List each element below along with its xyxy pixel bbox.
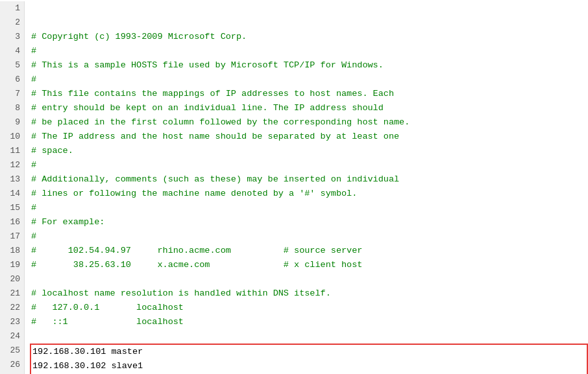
line-number: 25 [0, 344, 20, 358]
line-numbers: 1234567891011121314151617181920212223242… [0, 1, 25, 374]
line-number: 16 [0, 215, 20, 229]
line-number: 3 [0, 30, 20, 44]
line-number: 9 [0, 115, 20, 130]
code-line: # Copyright (c) 1993-2009 Microsoft Corp… [31, 30, 588, 44]
code-content[interactable]: # Copyright (c) 1993-2009 Microsoft Corp… [25, 1, 588, 374]
line-number: 6 [0, 73, 20, 87]
line-number: 26 [0, 358, 20, 372]
line-number: 12 [0, 158, 20, 172]
highlighted-block: 192.168.30.101 master192.168.30.102 slav… [30, 344, 588, 374]
code-line: # [31, 44, 588, 58]
code-line: # [31, 229, 588, 244]
code-line: # entry should be kept on an individual … [31, 101, 588, 115]
line-number: 10 [0, 130, 20, 144]
line-number: 14 [0, 187, 20, 201]
line-number: 5 [0, 58, 20, 73]
line-number: 23 [0, 315, 20, 329]
code-line: # Additionally, comments (such as these)… [31, 172, 588, 187]
code-line: # ::1 localhost [31, 315, 588, 329]
line-number: 24 [0, 329, 20, 344]
line-number: 17 [0, 229, 20, 244]
code-line: # For example: [31, 215, 588, 229]
code-line: # [31, 158, 588, 172]
code-line: # [31, 73, 588, 87]
line-number: 1 [0, 1, 20, 16]
code-line: 192.168.30.101 master [32, 345, 585, 359]
code-line: # This is a sample HOSTS file used by Mi… [31, 58, 588, 73]
line-number: 15 [0, 201, 20, 215]
code-line: # space. [31, 144, 588, 158]
code-line: # localhost name resolution is handled w… [31, 286, 588, 301]
code-line: # lines or following the machine name de… [31, 187, 588, 201]
code-line [31, 329, 588, 344]
code-line: # 38.25.63.10 x.acme.com # x client host [31, 258, 588, 272]
line-number: 19 [0, 258, 20, 272]
code-line: # 102.54.94.97 rhino.acme.com # source s… [31, 244, 588, 258]
line-number: 21 [0, 286, 20, 301]
line-number: 11 [0, 144, 20, 158]
line-number: 2 [0, 16, 20, 30]
code-line: # The IP address and the host name shoul… [31, 130, 588, 144]
line-number: 13 [0, 172, 20, 187]
code-line: # be placed in the first column followed… [31, 115, 588, 130]
code-line: # [31, 201, 588, 215]
code-editor: 1234567891011121314151617181920212223242… [0, 0, 588, 374]
code-area: 1234567891011121314151617181920212223242… [0, 0, 588, 374]
line-number: 22 [0, 301, 20, 315]
code-line [31, 272, 588, 286]
line-number: 7 [0, 87, 20, 101]
line-number: 18 [0, 244, 20, 258]
line-number: 8 [0, 101, 20, 115]
line-number: 20 [0, 272, 20, 286]
line-number: 4 [0, 44, 20, 58]
code-line: # 127.0.0.1 localhost [31, 301, 588, 315]
code-line: 192.168.30.102 slave1 [32, 359, 585, 373]
code-line: # This file contains the mappings of IP … [31, 87, 588, 101]
